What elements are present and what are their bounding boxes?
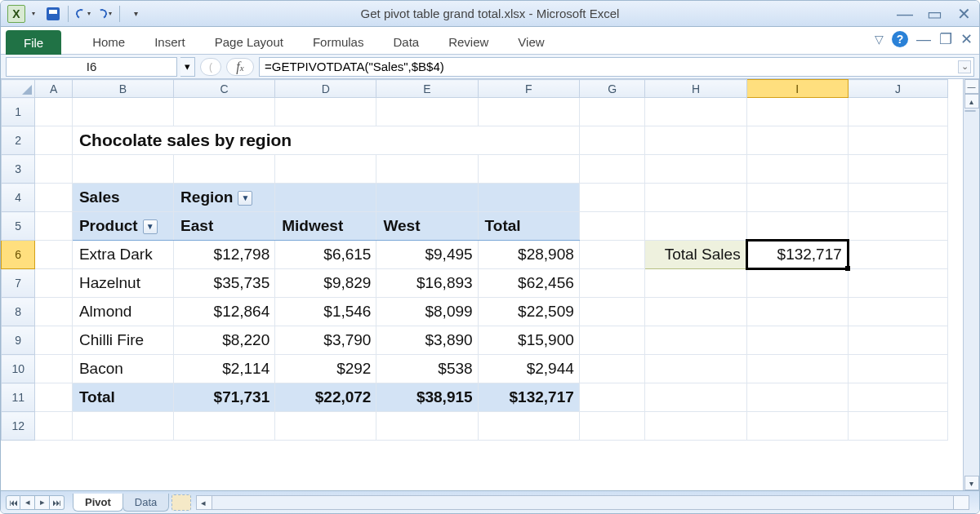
row-header-12[interactable]: 12 — [2, 412, 35, 441]
undo-button[interactable]: ▾ — [74, 4, 93, 24]
pivot-cell[interactable]: $35,735 — [174, 269, 275, 298]
selected-cell[interactable]: $132,717 — [746, 241, 848, 269]
pivot-region-label[interactable]: Region▼ — [174, 184, 275, 212]
pivot-row-label[interactable]: Hazelnut — [72, 269, 173, 298]
col-header-C[interactable]: C — [174, 80, 275, 98]
pivot-cell[interactable]: $8,099 — [376, 298, 478, 326]
pivot-total-cell[interactable]: $71,731 — [174, 383, 275, 412]
pivot-cell[interactable]: $3,890 — [376, 326, 478, 355]
pivot-cell[interactable]: $2,114 — [174, 355, 275, 383]
region-filter-icon[interactable]: ▼ — [238, 191, 252, 206]
prev-sheet-button[interactable]: ◂ — [20, 495, 35, 510]
sheet-tab-pivot[interactable]: Pivot — [73, 494, 123, 512]
row-header-3[interactable]: 3 — [2, 155, 35, 184]
col-header-G[interactable]: G — [579, 80, 645, 98]
row-header-4[interactable]: 4 — [2, 184, 35, 212]
scroll-thumb[interactable] — [964, 110, 976, 112]
pivot-total-cell[interactable]: $22,072 — [275, 383, 376, 412]
scroll-down-button[interactable]: ▾ — [964, 476, 979, 490]
pivot-cell[interactable]: $292 — [275, 355, 376, 383]
row-header-6[interactable]: 6 — [2, 241, 35, 269]
pivot-cell[interactable]: $2,944 — [478, 355, 579, 383]
pivot-product-label[interactable]: Product▼ — [72, 212, 173, 241]
col-header-D[interactable]: D — [275, 80, 376, 98]
pivot-cell[interactable]: $15,900 — [478, 326, 579, 355]
next-sheet-button[interactable]: ▸ — [35, 495, 50, 510]
row-header-11[interactable]: 11 — [2, 383, 35, 412]
split-box-icon[interactable]: ― — [964, 79, 979, 94]
col-header-E[interactable]: E — [376, 80, 478, 98]
col-header-I[interactable]: I — [746, 80, 848, 98]
tab-insert[interactable]: Insert — [140, 29, 200, 54]
pivot-cell[interactable]: $538 — [376, 355, 478, 383]
pivot-cell[interactable]: $8,220 — [174, 326, 275, 355]
workbook-close-button[interactable]: ✕ — [960, 30, 973, 48]
sheet-tab-data[interactable]: Data — [122, 494, 169, 512]
pivot-cell[interactable]: $6,615 — [275, 241, 376, 269]
pivot-row-label[interactable]: Bacon — [72, 355, 173, 383]
tab-data[interactable]: Data — [378, 29, 434, 54]
row-header-5[interactable]: 5 — [2, 212, 35, 241]
file-tab[interactable]: File — [6, 30, 61, 55]
row-header-7[interactable]: 7 — [2, 269, 35, 298]
pivot-cell[interactable]: $22,509 — [478, 298, 579, 326]
pivot-cell[interactable]: $12,798 — [174, 241, 275, 269]
col-header-A[interactable]: A — [35, 80, 73, 98]
pivot-col-total[interactable]: Total — [478, 212, 579, 241]
pivot-cell[interactable]: $12,864 — [174, 298, 275, 326]
name-box-dropdown[interactable]: ▾ — [180, 57, 195, 77]
worksheet-grid[interactable]: A B C D E F G H I J 1 2 Chocolate sales … — [1, 79, 963, 490]
help-icon[interactable]: ? — [892, 31, 908, 47]
col-header-H[interactable]: H — [645, 80, 746, 98]
pivot-cell[interactable]: $9,829 — [275, 269, 376, 298]
pivot-cell[interactable]: $3,790 — [275, 326, 376, 355]
select-all-corner[interactable] — [2, 80, 35, 98]
col-header-F[interactable]: F — [478, 80, 579, 98]
row-header-2[interactable]: 2 — [2, 126, 35, 155]
expand-formula-bar-button[interactable]: ⌄ — [958, 60, 971, 73]
row-header-8[interactable]: 8 — [2, 298, 35, 326]
pivot-total-label[interactable]: Total — [72, 383, 173, 412]
sheet-nav-arrows[interactable]: ⏮ ◂ ▸ ⏭ — [6, 495, 65, 510]
row-header-9[interactable]: 9 — [2, 326, 35, 355]
close-button[interactable]: ✕ — [955, 6, 973, 22]
name-box[interactable]: I6 — [6, 57, 177, 77]
new-sheet-button[interactable] — [172, 494, 191, 511]
maximize-button[interactable]: ▭ — [925, 6, 943, 22]
pivot-col-midwest[interactable]: Midwest — [275, 212, 376, 241]
tab-page-layout[interactable]: Page Layout — [200, 29, 298, 54]
tab-formulas[interactable]: Formulas — [298, 29, 379, 54]
pivot-cell[interactable]: $1,546 — [275, 298, 376, 326]
app-menu-dropdown[interactable]: ▾ — [32, 10, 35, 17]
pivot-row-label[interactable]: Extra Dark — [72, 241, 173, 269]
tab-view[interactable]: View — [503, 29, 559, 54]
tab-home[interactable]: Home — [78, 29, 140, 54]
minimize-button[interactable]: ― — [896, 6, 914, 22]
pivot-cell[interactable]: $9,495 — [376, 241, 478, 269]
product-filter-icon[interactable]: ▼ — [143, 219, 158, 234]
pivot-row-label[interactable]: Chilli Fire — [72, 326, 173, 355]
vertical-scrollbar[interactable]: ― ▴ ▾ — [963, 79, 979, 490]
pivot-cell[interactable]: $28,908 — [478, 241, 579, 269]
pivot-col-east[interactable]: East — [174, 212, 275, 241]
customize-qat-button[interactable]: ▾ — [125, 4, 145, 24]
first-sheet-button[interactable]: ⏮ — [6, 495, 20, 510]
workbook-restore-button[interactable]: ❐ — [939, 30, 952, 48]
function-wizard-button[interactable]: fx — [226, 58, 254, 76]
total-sales-label[interactable]: Total Sales — [645, 241, 746, 269]
col-header-J[interactable]: J — [848, 80, 947, 98]
pivot-cell[interactable]: $62,456 — [478, 269, 579, 298]
col-header-B[interactable]: B — [72, 80, 173, 98]
scroll-up-button[interactable]: ▴ — [964, 94, 979, 109]
last-sheet-button[interactable]: ⏭ — [50, 495, 65, 510]
pivot-row-label[interactable]: Almond — [72, 298, 173, 326]
pivot-cell[interactable]: $16,893 — [376, 269, 478, 298]
redo-button[interactable]: ▾ — [95, 4, 114, 24]
cancel-formula-button[interactable]: ( — [200, 58, 221, 76]
workbook-minimize-button[interactable]: ― — [916, 31, 931, 48]
pivot-total-cell[interactable]: $38,915 — [376, 383, 478, 412]
row-header-10[interactable]: 10 — [2, 355, 35, 383]
horizontal-scrollbar[interactable]: ◂▸ — [196, 495, 969, 510]
collapse-ribbon-icon[interactable]: ▽ — [875, 33, 884, 46]
tab-review[interactable]: Review — [434, 29, 503, 54]
